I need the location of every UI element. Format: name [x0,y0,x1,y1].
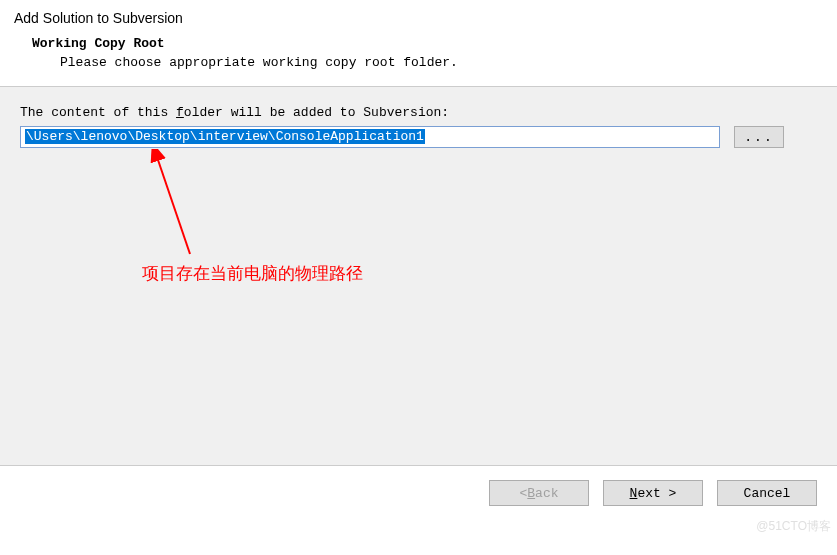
svg-line-1 [157,157,190,254]
annotation-text: 项目存在当前电脑的物理路径 [142,262,363,285]
back-button: < Back [489,480,589,506]
dialog-subtitle-desc: Please choose appropriate working copy r… [60,55,823,70]
folder-path-input[interactable]: \Users\lenovo\Desktop\interview\ConsoleA… [20,126,720,148]
watermark: @51CTO博客 [756,518,831,535]
dialog-content: The content of this folder will be added… [0,86,837,466]
dialog-header: Add Solution to Subversion Working Copy … [0,0,837,86]
dialog-title: Add Solution to Subversion [14,10,823,26]
folder-label: The content of this folder will be added… [20,105,817,120]
folder-path-value: \Users\lenovo\Desktop\interview\ConsoleA… [25,129,425,144]
annotation-arrow-icon [145,149,205,259]
browse-button[interactable]: ... [734,126,784,148]
next-button[interactable]: Next > [603,480,703,506]
dialog-footer: < Back Next > Cancel [0,466,837,520]
dialog-subtitle: Working Copy Root [32,36,823,51]
path-row: \Users\lenovo\Desktop\interview\ConsoleA… [20,126,817,148]
cancel-button[interactable]: Cancel [717,480,817,506]
